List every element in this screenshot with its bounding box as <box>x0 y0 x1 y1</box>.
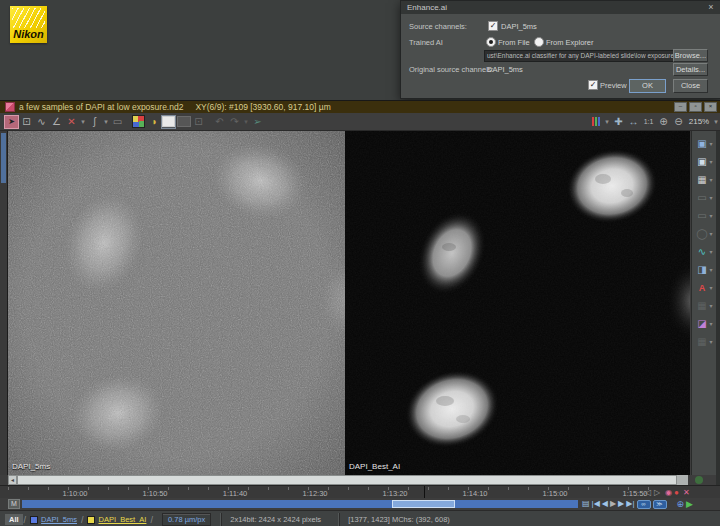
view-compose-caret-icon[interactable]: ▾ <box>709 158 712 165</box>
first-frame-button[interactable]: |◀ <box>592 499 600 509</box>
scalebar-caret-icon[interactable]: ▾ <box>709 194 712 201</box>
spline-caret-icon[interactable]: ▾ <box>102 115 110 129</box>
measurement-button[interactable]: ▦ <box>695 335 708 348</box>
nd-overlay-button[interactable]: ▣ <box>695 137 708 150</box>
timeline-tick-label: 1:10:50 <box>133 489 177 498</box>
prev-frame-button[interactable]: ◀ <box>602 499 608 509</box>
tab-channel-dapi-5ms[interactable]: DAPI_5ms <box>27 514 80 525</box>
browse-button[interactable]: Browse... <box>673 49 708 62</box>
nd-overlay-caret-icon[interactable]: ▾ <box>709 140 712 147</box>
details-button[interactable]: Details... <box>673 63 708 76</box>
zoom-level-display[interactable]: 215% <box>686 115 712 129</box>
dismiss-timeline-icon[interactable]: ✕ <box>683 488 690 497</box>
event-next-icon[interactable]: ▷ <box>654 488 660 497</box>
profile-panel-button[interactable]: ◨ <box>695 263 708 276</box>
history-caret-icon[interactable]: ▾ <box>242 115 250 129</box>
ok-button[interactable]: OK <box>629 79 666 93</box>
source-channel-value: DAPI_5ms <box>501 22 537 31</box>
close-button[interactable]: Close <box>673 79 708 93</box>
scalebar-button[interactable]: ▭ <box>695 191 708 204</box>
frame-info-button[interactable]: ▭ <box>695 209 708 222</box>
horizontal-scrollbar-thumb[interactable] <box>17 475 677 485</box>
event-prev-icon[interactable]: ◁ <box>645 488 651 497</box>
zoom-roi-icon[interactable]: ⊡ <box>19 115 34 129</box>
probe-caret-icon[interactable]: ▾ <box>709 230 712 237</box>
grid-overlay-caret-icon[interactable]: ▾ <box>709 302 712 309</box>
restore-button[interactable]: ▫ <box>689 102 702 112</box>
profile-panel-caret-icon[interactable]: ▾ <box>709 266 712 273</box>
redo-icon[interactable]: ↷ <box>227 115 242 129</box>
live-play-button[interactable]: ▶ <box>686 499 693 509</box>
last-frame-button[interactable]: ▶| <box>626 499 634 509</box>
window-close-button[interactable]: × <box>704 102 717 112</box>
loop-button[interactable]: ∞ <box>637 500 651 509</box>
measurement-caret-icon[interactable]: ▾ <box>709 338 712 345</box>
zoom-level-caret-icon[interactable]: ▾ <box>712 115 720 129</box>
undo-icon[interactable]: ↶ <box>212 115 227 129</box>
tile-channels-button[interactable]: ▦ <box>695 173 708 186</box>
view-compose-button[interactable]: ▣ <box>695 155 708 168</box>
window-titlebar[interactable]: a few samples of DAPI at low exposure.nd… <box>0 101 720 113</box>
document-icon <box>5 102 15 112</box>
dialog-close-icon[interactable]: × <box>706 1 716 14</box>
from-explorer-radio[interactable] <box>534 37 544 47</box>
send-to-icon[interactable]: ➢ <box>250 115 265 129</box>
from-file-radio[interactable] <box>486 37 496 47</box>
timeline-tick-label: 1:13:20 <box>373 489 417 498</box>
split-view-icon[interactable] <box>176 115 191 129</box>
add-position-button[interactable]: ⊕ <box>677 499 685 509</box>
pin-icon[interactable]: ◉ <box>665 488 672 497</box>
speed-button[interactable]: ≫ <box>653 500 667 509</box>
spline-roi-icon[interactable]: ʃ <box>87 115 102 129</box>
angle-measure-icon[interactable]: ∠ <box>49 115 64 129</box>
movie-export-icon[interactable]: ▤ <box>582 499 590 509</box>
channel-grid-icon[interactable] <box>131 115 146 129</box>
annotations-button[interactable]: A <box>695 281 708 294</box>
clear-roi-icon[interactable]: ✕ <box>64 115 79 129</box>
record-event-icon[interactable]: ● <box>674 488 679 497</box>
annotations-caret-icon[interactable]: ▾ <box>709 284 712 291</box>
pan-icon[interactable]: ✚ <box>611 115 626 129</box>
channel-colors-caret-icon[interactable]: ▾ <box>603 115 611 129</box>
dialog-titlebar[interactable]: Enhance.ai <box>401 1 720 14</box>
roi-caret-icon[interactable]: ▾ <box>79 115 87 129</box>
right-image-label: DAPI_Best_AI <box>349 462 400 471</box>
binary-layers-caret-icon[interactable]: ▾ <box>709 320 712 327</box>
pointer-tool-icon[interactable]: ➤ <box>4 115 19 129</box>
scroll-left-arrow-icon[interactable]: ◂ <box>8 475 17 485</box>
nd-timeline[interactable]: 1:10:00 1:10:50 1:11:40 1:12:30 1:13:20 … <box>0 485 720 499</box>
measure-toggle-button[interactable]: M <box>8 499 20 509</box>
grid-overlay-button[interactable]: ▦ <box>695 299 708 312</box>
lut-caret-icon[interactable]: ▾ <box>709 248 712 255</box>
image-viewport[interactable]: DAPI_5ms DAPI_Best_AI <box>8 131 690 475</box>
ruler-icon[interactable]: ▭ <box>110 115 125 129</box>
classifier-path-field[interactable]: ust\Enhance.ai classifier for any DAPI-l… <box>484 50 674 62</box>
minimize-button[interactable]: – <box>674 102 687 112</box>
fit-to-screen-icon[interactable]: ↔ <box>626 115 641 129</box>
tab-channel-dapi-best-ai[interactable]: DAPI_Best_AI <box>84 514 149 525</box>
brightness-icon[interactable]: ◑ <box>146 115 161 129</box>
vertical-scrollbar-thumb[interactable] <box>1 133 6 183</box>
zoom-in-icon[interactable]: ⊕ <box>656 115 671 129</box>
tab-all-channels[interactable]: All <box>5 514 23 525</box>
horizontal-scrollbar[interactable] <box>17 475 688 485</box>
lut-button[interactable]: ∿ <box>695 245 708 258</box>
tile-view-icon[interactable]: ⊡ <box>191 115 206 129</box>
tile-channels-caret-icon[interactable]: ▾ <box>709 176 712 183</box>
nd-progress-track[interactable] <box>22 500 578 508</box>
next-frame-button[interactable]: ▶ <box>618 499 624 509</box>
nd-progress-thumb[interactable] <box>392 500 455 508</box>
channel-colors-icon[interactable] <box>588 115 603 129</box>
zoom-out-icon[interactable]: ⊖ <box>671 115 686 129</box>
binary-layers-button[interactable]: ◪ <box>695 317 708 330</box>
pixel-scale-readout[interactable]: 0.78 µm/px <box>162 513 211 526</box>
play-button[interactable]: ▶ <box>610 499 616 509</box>
single-view-icon[interactable] <box>161 115 176 129</box>
profile-line-icon[interactable]: ∿ <box>34 115 49 129</box>
vertical-scrollbar[interactable] <box>0 131 8 475</box>
actual-size-button[interactable]: 1:1 <box>641 115 656 129</box>
frame-info-caret-icon[interactable]: ▾ <box>709 212 712 219</box>
preview-checkbox[interactable]: ✓ <box>588 80 598 90</box>
probe-button[interactable]: ◯ <box>695 227 708 240</box>
source-channel-checkbox[interactable]: ✓ <box>488 21 498 31</box>
